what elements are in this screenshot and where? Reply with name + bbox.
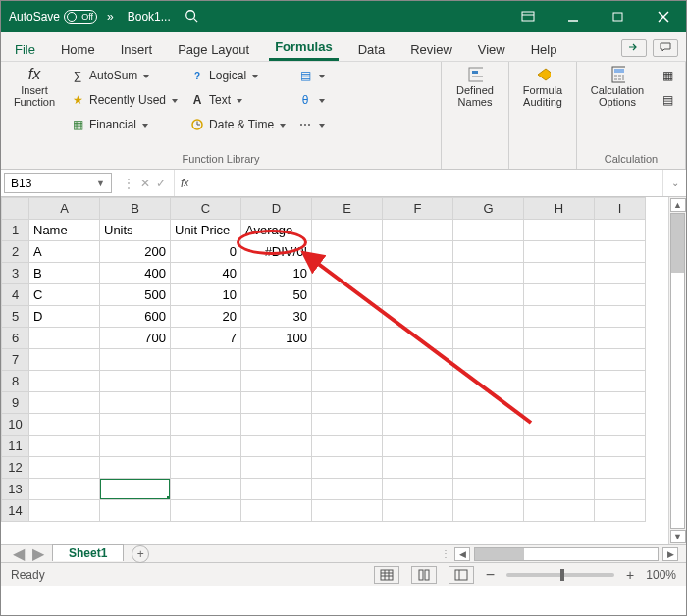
row-header[interactable]: 3 [2,263,29,284]
cell[interactable] [383,371,453,392]
cell[interactable]: D [29,306,100,328]
cell[interactable] [241,457,312,479]
row-header[interactable]: 10 [2,414,29,436]
row-header[interactable]: 5 [2,306,29,328]
worksheet[interactable]: A B C D E F G H I 1 Name Units Unit Pric… [1,197,686,544]
cell[interactable] [595,284,646,306]
maximize-button[interactable] [596,1,641,32]
cell[interactable] [524,414,595,436]
zoom-slider[interactable] [506,573,614,577]
sheet-tab[interactable]: Sheet1 [52,544,124,561]
cell[interactable] [241,414,312,436]
comments-button[interactable] [653,39,678,57]
tab-home[interactable]: Home [55,36,101,61]
sheet-nav-prev-icon[interactable]: ◀ [13,544,25,563]
insert-function-button[interactable]: fx Insert Function [7,65,62,151]
split-handle-icon[interactable]: ⋮ [441,548,450,559]
cell[interactable] [100,436,171,457]
cell[interactable] [595,349,646,371]
cell[interactable] [171,371,241,392]
cell[interactable] [383,349,453,371]
tab-insert[interactable]: Insert [115,36,159,61]
cell[interactable] [524,241,595,263]
cell[interactable] [524,371,595,392]
cell[interactable] [29,414,100,436]
cell[interactable] [29,349,100,371]
expand-formula-bar-icon[interactable]: ⌄ [662,170,686,196]
cell[interactable] [453,457,524,479]
cell[interactable]: 400 [100,263,171,284]
text-button[interactable]: AText [185,89,290,111]
view-page-break-icon[interactable] [449,566,474,584]
new-sheet-button[interactable]: + [132,545,149,563]
ribbon-display-options-icon[interactable] [505,1,551,32]
cell[interactable] [29,392,100,414]
tab-review[interactable]: Review [404,36,458,61]
autosum-button[interactable]: ∑AutoSum [66,65,182,86]
cell[interactable] [595,263,646,284]
cell[interactable] [524,392,595,414]
cell[interactable] [453,392,524,414]
cell[interactable] [171,436,241,457]
cell[interactable] [100,457,171,479]
cell[interactable]: 50 [241,284,312,306]
cell[interactable] [171,414,241,436]
cell[interactable]: 500 [100,284,171,306]
col-header-b[interactable]: B [100,198,171,220]
date-time-button[interactable]: Date & Time [185,114,290,135]
cell[interactable] [241,392,312,414]
zoom-out-button[interactable]: − [486,566,495,584]
tab-file[interactable]: File [9,36,41,61]
calculate-now-button[interactable]: ▦ [656,65,679,86]
math-trig-button[interactable]: θ [293,89,329,111]
row-header[interactable]: 12 [2,457,29,479]
cell[interactable]: 100 [241,328,312,349]
row-header[interactable]: 14 [2,500,29,522]
col-header-c[interactable]: C [171,198,241,220]
cell[interactable]: C [29,284,100,306]
cell[interactable] [453,306,524,328]
cell[interactable] [383,392,453,414]
cell[interactable] [312,284,383,306]
cell[interactable] [312,220,383,241]
tab-formulas[interactable]: Formulas [269,33,339,61]
scroll-down-icon[interactable]: ▼ [670,530,686,543]
cell[interactable] [383,328,453,349]
cell[interactable]: 0 [171,241,241,263]
close-button[interactable] [641,1,686,32]
col-header-h[interactable]: H [524,198,595,220]
cell[interactable] [453,436,524,457]
row-header[interactable]: 13 [2,479,29,500]
cell-error[interactable]: #DIV/0! [241,241,312,263]
cell[interactable]: 700 [100,328,171,349]
row-header[interactable]: 6 [2,328,29,349]
cell[interactable] [595,328,646,349]
cell[interactable] [383,306,453,328]
cell[interactable] [595,500,646,522]
cell[interactable] [383,241,453,263]
cell[interactable] [171,349,241,371]
horizontal-scrollbar[interactable] [474,547,659,561]
recently-used-button[interactable]: ★Recently Used [66,89,182,111]
cell[interactable] [171,500,241,522]
cell[interactable]: 40 [171,263,241,284]
cell[interactable] [312,414,383,436]
cell[interactable] [29,479,100,500]
cell[interactable] [383,414,453,436]
cell[interactable] [100,414,171,436]
cell[interactable] [595,457,646,479]
cell[interactable]: 7 [171,328,241,349]
lookup-reference-button[interactable]: ▤ [293,65,329,86]
scroll-right-icon[interactable]: ▶ [662,547,678,561]
minimize-button[interactable] [551,1,596,32]
cell[interactable] [29,457,100,479]
cell[interactable] [100,500,171,522]
cell[interactable] [171,457,241,479]
row-header[interactable]: 11 [2,436,29,457]
cell[interactable] [171,479,241,500]
cell[interactable] [312,479,383,500]
cell[interactable] [595,479,646,500]
cell[interactable] [453,284,524,306]
cancel-icon[interactable]: ✕ [140,177,150,190]
search-icon[interactable] [185,9,198,26]
